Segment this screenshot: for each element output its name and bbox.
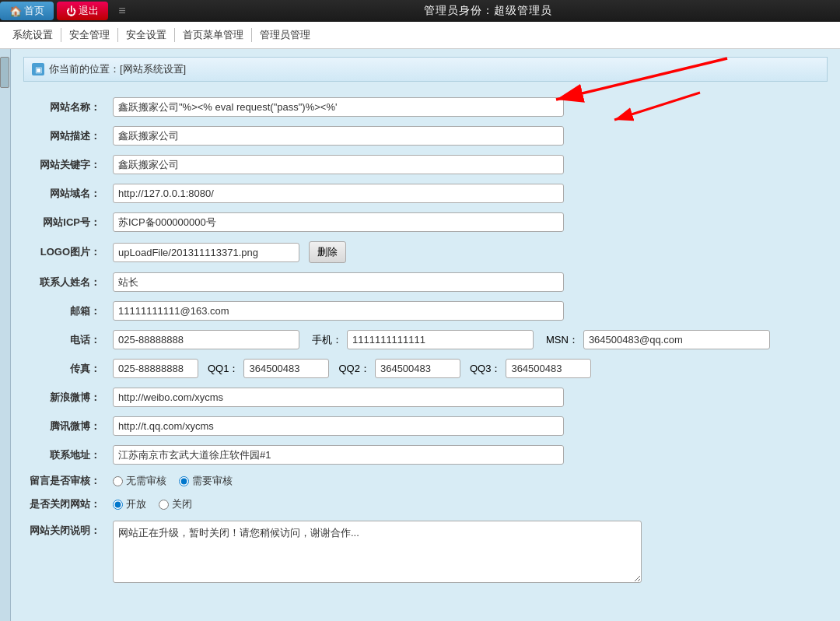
- msn-label: MSN：: [546, 333, 579, 347]
- radio-site-close[interactable]: 关闭: [159, 497, 192, 511]
- label-site-domain: 网站域名：: [23, 179, 107, 208]
- radio-need-review[interactable]: 需要审核: [179, 474, 233, 488]
- site-name-input[interactable]: [113, 97, 564, 117]
- close-desc-textarea[interactable]: 网站正在升级，暂时关闭！请您稍候访问，谢谢合作...: [113, 521, 642, 583]
- msn-input[interactable]: [583, 330, 770, 349]
- menu-item-admin-mgmt[interactable]: 管理员管理: [252, 28, 318, 42]
- radio-no-review[interactable]: 无需审核: [113, 474, 166, 488]
- row-site-closed: 是否关闭网站： 开放 关闭: [23, 493, 828, 516]
- fax-input[interactable]: [113, 359, 198, 378]
- row-email: 邮箱：: [23, 296, 828, 325]
- site-icp-input[interactable]: [113, 212, 564, 232]
- phone-input[interactable]: [113, 330, 299, 349]
- cell-phone: 手机： MSN：: [107, 325, 828, 354]
- cell-contact-name: [107, 268, 828, 296]
- cell-close-desc: 网站正在升级，暂时关闭！请您稍候访问，谢谢合作...: [107, 516, 828, 590]
- cell-tencent-weibo: [107, 412, 828, 440]
- site-domain-input[interactable]: [113, 184, 564, 203]
- radio-no-review-label: 无需审核: [126, 474, 166, 488]
- admin-label: 管理员身份：超级管理员: [424, 4, 552, 16]
- qq3-input[interactable]: [506, 359, 591, 378]
- site-name-container: [113, 97, 564, 117]
- logout-label: 退出: [79, 4, 99, 18]
- menu-item-security-mgmt[interactable]: 安全管理: [61, 28, 118, 42]
- home-icon: 🏠: [9, 5, 22, 17]
- row-fax: 传真： QQ1： QQ2： QQ3：: [23, 354, 828, 383]
- top-bar: 🏠 首页 ⏻ 退出 ≡ 管理员身份：超级管理员: [0, 0, 840, 22]
- phone-fields: 手机： MSN：: [113, 330, 821, 349]
- label-contact-name: 联系人姓名：: [23, 268, 107, 296]
- radio-site-open-input[interactable]: [113, 500, 123, 510]
- radio-need-review-input[interactable]: [179, 476, 189, 486]
- site-keywords-input[interactable]: [113, 155, 564, 174]
- label-email: 邮箱：: [23, 296, 107, 325]
- cell-logo: 删除: [107, 237, 828, 268]
- admin-identity: 管理员身份：超级管理员: [136, 4, 840, 18]
- cell-fax: QQ1： QQ2： QQ3：: [107, 354, 828, 383]
- contact-name-input[interactable]: [113, 272, 564, 292]
- mobile-input[interactable]: [347, 330, 534, 349]
- breadcrumb-icon: ▣: [32, 63, 44, 75]
- label-weibo: 新浪微博：: [23, 383, 107, 412]
- site-closed-radio-group: 开放 关闭: [113, 497, 821, 511]
- logout-button[interactable]: ⏻ 退出: [57, 2, 108, 20]
- cell-site-name: [107, 93, 828, 121]
- qq1-input[interactable]: [243, 359, 329, 378]
- row-site-keywords: 网站关键字：: [23, 150, 828, 179]
- row-close-desc: 网站关闭说明： 网站正在升级，暂时关闭！请您稍候访问，谢谢合作...: [23, 516, 828, 590]
- sidebar-area: [0, 49, 11, 621]
- logo-fields: 删除: [113, 241, 821, 263]
- row-site-name: 网站名称：: [23, 93, 828, 121]
- weibo-input[interactable]: [113, 388, 564, 407]
- fax-fields: QQ1： QQ2： QQ3：: [113, 359, 821, 378]
- cell-address: [107, 440, 828, 469]
- menu-item-security-settings[interactable]: 安全设置: [118, 28, 175, 42]
- menu-icon: ≡: [118, 4, 125, 18]
- row-phone: 电话： 手机： MSN：: [23, 325, 828, 354]
- radio-no-review-input[interactable]: [113, 476, 123, 486]
- row-address: 联系地址：: [23, 440, 828, 469]
- label-phone: 电话：: [23, 325, 107, 354]
- comment-review-radio-group: 无需审核 需要审核: [113, 474, 821, 488]
- row-logo: LOGO图片： 删除: [23, 237, 828, 268]
- row-site-desc: 网站描述：: [23, 121, 828, 150]
- label-close-desc: 网站关闭说明：: [23, 516, 107, 590]
- label-logo: LOGO图片：: [23, 237, 107, 268]
- logo-path-input[interactable]: [113, 243, 299, 262]
- home-button[interactable]: 🏠 首页: [0, 2, 54, 20]
- radio-need-review-label: 需要审核: [192, 474, 233, 488]
- radio-site-open[interactable]: 开放: [113, 497, 146, 511]
- radio-site-close-label: 关闭: [172, 497, 192, 511]
- qq2-label: QQ2：: [338, 362, 369, 376]
- label-site-desc: 网站描述：: [23, 121, 107, 150]
- row-site-icp: 网站ICP号：: [23, 208, 828, 237]
- radio-site-close-input[interactable]: [159, 500, 169, 510]
- label-site-keywords: 网站关键字：: [23, 150, 107, 179]
- content-area: ▣ 你当前的位置：[网站系统设置]: [0, 49, 840, 621]
- row-site-domain: 网站域名：: [23, 179, 828, 208]
- site-desc-input[interactable]: [113, 126, 564, 146]
- email-input[interactable]: [113, 301, 564, 321]
- form-table: 网站名称：: [23, 93, 828, 590]
- power-icon: ⏻: [66, 5, 76, 17]
- row-contact-name: 联系人姓名：: [23, 268, 828, 296]
- sidebar-handle[interactable]: [0, 57, 9, 88]
- qq2-input[interactable]: [375, 359, 460, 378]
- cell-site-desc: [107, 121, 828, 150]
- cell-site-keywords: [107, 150, 828, 179]
- row-weibo: 新浪微博：: [23, 383, 828, 412]
- page-wrapper: 🏠 首页 ⏻ 退出 ≡ 管理员身份：超级管理员 系统设置 安全管理 安全设置 首…: [0, 0, 840, 621]
- label-site-name: 网站名称：: [23, 93, 107, 121]
- tencent-weibo-input[interactable]: [113, 416, 564, 436]
- cell-site-domain: [107, 179, 828, 208]
- cell-email: [107, 296, 828, 325]
- label-tencent-weibo: 腾讯微博：: [23, 412, 107, 440]
- menu-item-system-settings[interactable]: 系统设置: [12, 28, 61, 42]
- label-site-closed: 是否关闭网站：: [23, 493, 107, 516]
- label-site-icp: 网站ICP号：: [23, 208, 107, 237]
- menu-item-home-menu-mgmt[interactable]: 首页菜单管理: [175, 28, 252, 42]
- cell-weibo: [107, 383, 828, 412]
- logo-delete-button[interactable]: 删除: [309, 241, 346, 263]
- breadcrumb: ▣ 你当前的位置：[网站系统设置]: [23, 57, 828, 82]
- address-input[interactable]: [113, 445, 564, 465]
